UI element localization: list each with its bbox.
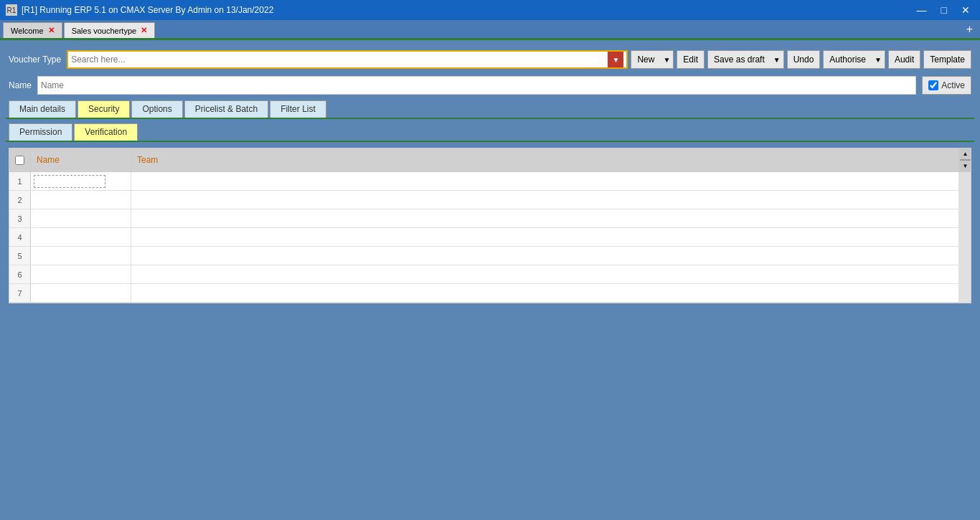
grid-header-checkbox	[9, 148, 31, 171]
grid-cell-team[interactable]	[131, 247, 959, 265]
grid-cell-name[interactable]	[31, 191, 131, 209]
tab-sales-vouchertype-label: Sales vouchertype	[72, 27, 137, 35]
grid-cell-name[interactable]	[31, 284, 131, 302]
tab-welcome-close[interactable]: ✕	[48, 26, 55, 35]
tab-security[interactable]: Security	[77, 100, 130, 118]
sub-tabs: Permission Verification	[6, 119, 974, 142]
row-number: 2	[9, 191, 31, 209]
close-button[interactable]: ✕	[957, 3, 974, 17]
save-as-draft-dropdown-button[interactable]: ▼	[771, 50, 784, 69]
template-button[interactable]: Template	[923, 50, 971, 69]
table-row: 4	[9, 228, 971, 247]
scrollbar-up-button[interactable]: ▲	[960, 148, 971, 160]
tab-sales-vouchertype-close[interactable]: ✕	[141, 26, 147, 35]
row-scrollbar	[959, 209, 971, 227]
grid-cell-name[interactable]	[31, 209, 131, 227]
tab-welcome[interactable]: Welcome ✕	[3, 22, 62, 38]
tab-filter-list[interactable]: Filter List	[270, 100, 326, 118]
active-label: Active	[941, 80, 965, 90]
app-icon: R1	[6, 4, 17, 16]
title-bar-controls: — □ ✕	[913, 3, 974, 17]
tab-main-details[interactable]: Main details	[9, 100, 76, 118]
grid: Name Team ▲ ▼ 1 2	[9, 148, 971, 303]
row-scrollbar	[959, 228, 971, 246]
search-container: ▼	[67, 50, 628, 69]
toolbar: Voucher Type ▼ New ▼ Edit Save as draft …	[6, 46, 974, 73]
grid-header-name: Name	[31, 148, 131, 171]
tab-options[interactable]: Options	[131, 100, 182, 118]
row-number: 1	[9, 172, 31, 190]
authorise-dropdown-button[interactable]: ▼	[872, 50, 885, 69]
grid-body: 1 2 3 4	[9, 172, 971, 303]
row-number: 5	[9, 247, 31, 265]
undo-button[interactable]: Undo	[787, 50, 821, 69]
name-row: Name Active	[6, 73, 974, 98]
maximize-button[interactable]: □	[937, 3, 951, 17]
title-bar: R1 [R1] Running ERP 5.1 on CMAX Server B…	[0, 0, 980, 20]
row-scrollbar	[959, 247, 971, 265]
active-container: Active	[922, 76, 971, 95]
grid-cell-team[interactable]	[131, 265, 959, 283]
grid-cell-team[interactable]	[131, 209, 959, 227]
grid-header-team: Team	[131, 148, 959, 171]
name-input[interactable]	[37, 76, 916, 95]
audit-button[interactable]: Audit	[888, 50, 920, 69]
row-number: 6	[9, 265, 31, 283]
edit-button[interactable]: Edit	[677, 50, 705, 69]
grid-cell-name[interactable]	[31, 172, 131, 190]
grid-cell-team[interactable]	[131, 172, 959, 190]
table-row: 7	[9, 284, 971, 303]
tab-sales-vouchertype[interactable]: Sales vouchertype ✕	[64, 22, 156, 38]
minimize-button[interactable]: —	[913, 3, 931, 17]
new-button[interactable]: New	[631, 50, 660, 69]
row-scrollbar	[959, 191, 971, 209]
table-row: 2	[9, 191, 971, 209]
row-scrollbar	[959, 284, 971, 302]
row-scrollbar	[959, 172, 971, 190]
row-scrollbar	[959, 265, 971, 283]
grid-cell-name[interactable]	[31, 247, 131, 265]
row-number: 3	[9, 209, 31, 227]
grid-cell-team[interactable]	[131, 191, 959, 209]
grid-cell-name[interactable]	[31, 228, 131, 246]
name-label: Name	[9, 80, 32, 90]
search-input[interactable]	[71, 55, 608, 65]
tab-bar: Welcome ✕ Sales vouchertype ✕ +	[0, 20, 980, 40]
authorise-button-group: Authorise ▼	[823, 50, 885, 69]
grid-header: Name Team ▲ ▼	[9, 148, 971, 172]
row-number: 7	[9, 284, 31, 302]
grid-cell-name[interactable]	[31, 265, 131, 283]
row-1-name-input[interactable]	[34, 175, 105, 188]
tab-add-button[interactable]: +	[962, 23, 977, 36]
save-as-draft-group: Save as draft ▼	[707, 50, 784, 69]
table-row: 1	[9, 172, 971, 191]
row-number: 4	[9, 228, 31, 246]
authorise-button[interactable]: Authorise	[823, 50, 872, 69]
sub-tab-permission[interactable]: Permission	[9, 123, 72, 141]
grid-cell-team[interactable]	[131, 284, 959, 302]
voucher-type-label: Voucher Type	[9, 55, 61, 65]
grid-scrollbar: ▲ ▼	[959, 148, 971, 171]
section-tabs: Main details Security Options Pricelist …	[6, 98, 974, 119]
grid-cell-team[interactable]	[131, 228, 959, 246]
new-button-group: New ▼	[631, 50, 674, 69]
title-bar-text: [R1] Running ERP 5.1 on CMAX Server By A…	[22, 5, 273, 15]
table-row: 3	[9, 209, 971, 228]
main-content: Voucher Type ▼ New ▼ Edit Save as draft …	[0, 40, 980, 315]
new-dropdown-button[interactable]: ▼	[660, 50, 674, 69]
tab-pricelist-batch[interactable]: Pricelist & Batch	[184, 100, 268, 118]
sub-tab-verification[interactable]: Verification	[74, 123, 138, 141]
tab-welcome-label: Welcome	[11, 27, 44, 35]
scrollbar-down-button[interactable]: ▼	[960, 160, 971, 171]
table-row: 5	[9, 247, 971, 265]
table-row: 6	[9, 265, 971, 284]
active-checkbox[interactable]	[928, 80, 938, 90]
grid-select-all-checkbox[interactable]	[15, 156, 24, 165]
search-dropdown-button[interactable]: ▼	[608, 52, 623, 67]
save-as-draft-button[interactable]: Save as draft	[707, 50, 771, 69]
